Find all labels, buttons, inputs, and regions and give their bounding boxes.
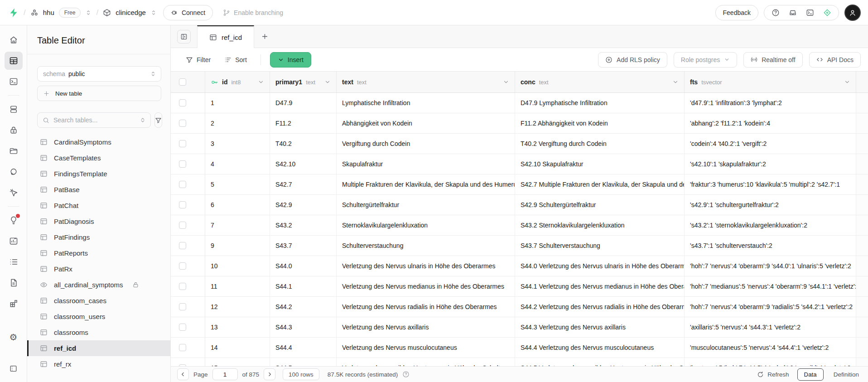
rows-per-page-button[interactable]: 100 rows [283,368,319,380]
cell-primary1[interactable]: S42.7 [270,174,337,194]
row-checkbox[interactable] [179,242,186,249]
cell-primary1[interactable]: S42.9 [270,195,337,215]
table-filter-button[interactable] [154,112,162,128]
nav-advisors-lightbulb[interactable] [5,211,23,229]
cell-id[interactable]: 15 [205,358,270,366]
cell-text[interactable]: Verletzung der sensiblen Hautnerven in H… [337,358,515,366]
cell-conc[interactable]: S44.0 Verletzung des Nervus ulnaris in H… [515,256,685,276]
cell-fts[interactable]: 's43.2':1 'sternoklavikulargelenkluxatio… [685,215,856,235]
cell-fts[interactable]: 'hoh':7 'medianus':5 'nervus':4 'oberarm… [685,276,856,296]
cell-id[interactable]: 9 [205,236,270,256]
sidebar-item-classroom_cases[interactable]: classroom_cases [27,293,170,309]
column-header-primary1[interactable]: primary1 text [270,72,337,92]
cell-conc[interactable]: D47.9 Lymphatische Infiltration [515,93,685,113]
cell-primary1[interactable]: D47.9 [270,93,337,113]
previous-page-button[interactable] [177,368,189,380]
cell-text[interactable]: Vergiftung durch Codein [337,134,515,154]
nav-sql-editor[interactable] [5,73,23,91]
cell-primary1[interactable]: S44.3 [270,317,337,337]
row-checkbox[interactable] [179,160,186,168]
cell-primary1[interactable]: S44.5 [270,358,337,366]
nav-realtime[interactable] [5,163,23,181]
question-circle-icon[interactable] [402,371,410,378]
cell-primary1[interactable]: S44.0 [270,256,337,276]
cell-fts[interactable]: 's42.10':1 'skapulafraktur':2 [685,154,856,174]
connect-button[interactable]: Connect [163,5,213,20]
cell-conc[interactable]: S44.4 Verletzung des Nervus musculocutan… [515,338,685,358]
page-number-input[interactable] [212,368,238,380]
cell-id[interactable]: 14 [205,338,270,358]
role-button[interactable]: Role postgres [674,52,737,68]
nav-settings[interactable]: ⚙ [5,328,23,346]
row-checkbox[interactable] [179,99,186,106]
sidebar-item-PatFindings[interactable]: PatFindings [27,229,170,245]
cell-id[interactable]: 2 [205,113,270,133]
tab-ref-icd[interactable]: ref_icd [197,25,254,48]
sidebar-item-FindingsTemplate[interactable]: FindingsTemplate [27,166,170,182]
sidebar-item-PatDiagnosis[interactable]: PatDiagnosis [27,213,170,229]
row-checkbox[interactable] [179,283,186,290]
cell-id[interactable]: 13 [205,317,270,337]
cell-primary1[interactable]: F11.2 [270,113,337,133]
project-switcher-chevrons[interactable] [150,10,157,16]
org-switcher-chevrons[interactable] [85,10,92,16]
terminal-icon[interactable] [806,9,814,17]
cell-id[interactable]: 3 [205,134,270,154]
sidebar-item-PatReports[interactable]: PatReports [27,245,170,261]
collapse-sidebar-button[interactable] [177,30,191,44]
new-tab-button[interactable] [254,25,275,48]
enable-branching[interactable]: Enable branching [223,9,283,16]
sidebar-item-ref_icd[interactable]: ref_icd [27,340,170,356]
cell-conc[interactable]: S42.7 Multiple Frakturen der Klavikula, … [515,174,685,194]
chevrons-expand-icon[interactable] [140,117,146,123]
column-header-fts[interactable]: fts tsvector [685,72,856,92]
sidebar-item-classrooms[interactable]: classrooms [27,324,170,340]
cell-text[interactable]: Skapulafraktur [337,154,515,174]
insert-button[interactable]: Insert [270,52,311,68]
cell-text[interactable]: Sternoklavikulargelenkluxation [337,215,515,235]
cell-id[interactable]: 7 [205,215,270,235]
nav-logs[interactable] [5,253,23,271]
nav-home[interactable] [5,31,23,49]
schema-select[interactable]: schema public [37,66,161,82]
chevron-down-icon[interactable] [844,79,850,85]
cell-fts[interactable]: 'hoh':7 'nervus':4 'oberarm':9 'radialis… [685,297,856,317]
cell-primary1[interactable]: S44.4 [270,338,337,358]
sidebar-item-ref_rx[interactable]: ref_rx [27,356,170,372]
cell-conc[interactable]: S43.7 Schulterverstauchung [515,236,685,256]
cell-conc[interactable]: S44.2 Verletzung des Nervus radialis in … [515,297,685,317]
nav-database[interactable] [5,100,23,118]
row-checkbox[interactable] [179,140,186,147]
sidebar-item-PatChat[interactable]: PatChat [27,198,170,213]
row-checkbox[interactable] [179,344,186,351]
help-icon[interactable] [772,9,780,17]
inbox-icon[interactable] [789,9,797,17]
column-header-conc[interactable]: conc text [515,72,685,92]
cell-id[interactable]: 5 [205,174,270,194]
cell-text[interactable]: Verletzung des Nervus musculocutaneus [337,338,515,358]
chevron-down-icon[interactable] [324,79,331,85]
cell-id[interactable]: 4 [205,154,270,174]
sort-button[interactable]: Sort [220,53,251,67]
row-checkbox[interactable] [179,181,186,188]
cell-primary1[interactable]: S44.1 [270,276,337,296]
chevron-down-icon[interactable] [258,79,264,85]
sidebar-item-all_cardinal_symptoms[interactable]: all_cardinal_symptoms [27,277,170,293]
nav-auth[interactable] [5,121,23,139]
refresh-button[interactable]: Refresh [757,371,789,378]
cell-text[interactable]: Abhängigkeit von Kodein [337,113,515,133]
cell-id[interactable]: 11 [205,276,270,296]
org-name[interactable]: hhu [43,9,54,16]
row-checkbox[interactable] [179,120,186,127]
row-checkbox[interactable] [179,324,186,331]
feedback-button[interactable]: Feedback [715,5,758,20]
cell-fts[interactable]: 'musculocutaneus':5 'nervus':4 's44.4':1… [685,338,856,358]
bottom-panel-toggle[interactable] [5,359,23,377]
nav-reports[interactable] [5,232,23,250]
cell-conc[interactable]: S42.9 Schultergürtelfraktur [515,195,685,215]
cell-fts[interactable]: 's42.9':1 'schultergurtelfraktur':2 [685,195,856,215]
user-avatar[interactable] [844,5,861,21]
column-header-id[interactable]: id int8 [205,72,270,92]
view-data-tab[interactable]: Data [797,368,824,381]
api-docs-button[interactable]: API Docs [809,52,861,68]
